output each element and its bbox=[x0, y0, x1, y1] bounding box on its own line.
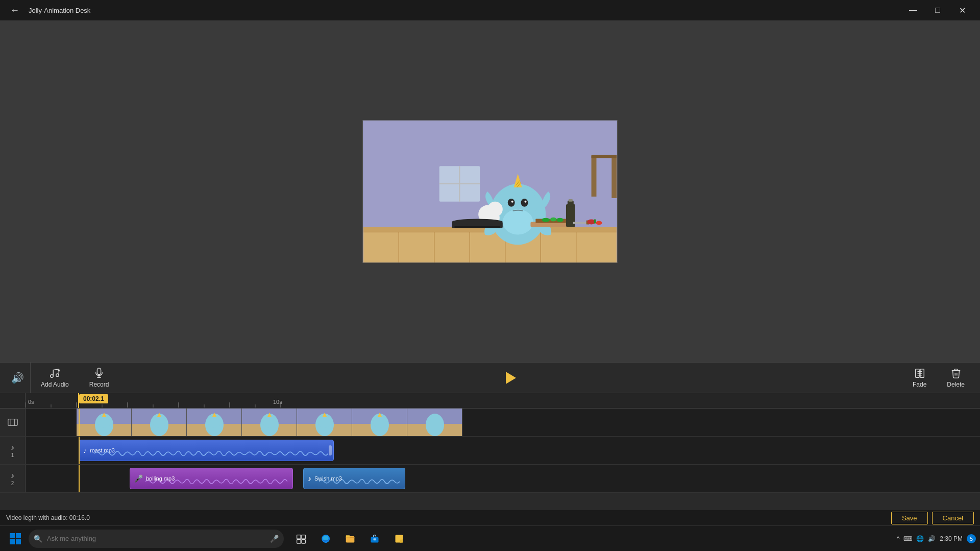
thumbnail-1 bbox=[77, 409, 132, 436]
thumbnail-7 bbox=[407, 409, 462, 436]
svg-rect-22 bbox=[363, 232, 617, 262]
add-audio-button[interactable]: Add Audio bbox=[31, 365, 79, 391]
record-button[interactable]: Record bbox=[79, 365, 119, 391]
svg-point-53 bbox=[542, 218, 550, 222]
time-indicator: 00:02.1 bbox=[79, 394, 108, 403]
delete-label: Delete bbox=[947, 381, 965, 388]
play-button[interactable] bbox=[501, 368, 521, 388]
audio-track-2-row: ♪ 2 🎤 boiling.mp3 ♪ Swish.m bbox=[0, 465, 980, 493]
audio-track-2-content[interactable]: 🎤 boiling.mp3 ♪ Swish.mp3 bbox=[26, 465, 980, 492]
delete-icon bbox=[950, 368, 962, 379]
svg-rect-107 bbox=[10, 533, 15, 538]
explorer-icon bbox=[345, 534, 355, 544]
video-track-content[interactable] bbox=[26, 409, 980, 436]
explorer-button[interactable] bbox=[339, 528, 361, 550]
fade-button[interactable]: Fade bbox=[902, 365, 937, 391]
add-audio-icon bbox=[49, 368, 60, 379]
video-thumbnails bbox=[77, 409, 462, 436]
timeline-area: 00:02.1 0s 10s bbox=[0, 393, 980, 510]
svg-rect-108 bbox=[16, 533, 21, 538]
delete-button[interactable]: Delete bbox=[937, 365, 975, 391]
swish-audio-name: Swish.mp3 bbox=[314, 475, 342, 482]
roast-clip-handle[interactable] bbox=[329, 445, 332, 456]
thumbnail-6 bbox=[352, 409, 407, 436]
boiling-audio-icon: 🎤 bbox=[134, 474, 143, 483]
store-icon bbox=[370, 534, 380, 544]
timeline-label-col bbox=[0, 393, 26, 408]
timeline-tracks: ♪ 1 ♪ roast.mp3 bbox=[0, 409, 980, 510]
ruler-ticks-svg bbox=[26, 393, 980, 408]
svg-rect-2 bbox=[611, 155, 617, 198]
svg-rect-120 bbox=[400, 539, 403, 542]
search-icon: 🔍 bbox=[34, 535, 42, 543]
task-view-button[interactable] bbox=[290, 528, 312, 550]
timeline-ruler-content[interactable]: 00:02.1 0s 10s bbox=[26, 393, 980, 408]
search-input[interactable] bbox=[29, 530, 284, 548]
clock: 2:30 PM bbox=[940, 535, 963, 542]
svg-rect-116 bbox=[346, 535, 350, 537]
status-bar: Video legth with audio: 00:16.0 Save Can… bbox=[0, 510, 980, 525]
boiling-mp3-clip[interactable]: 🎤 boiling.mp3 bbox=[130, 468, 293, 489]
audio-track-1-row: ♪ 1 ♪ roast.mp3 bbox=[0, 437, 980, 465]
maximize-button[interactable]: □ bbox=[926, 0, 949, 20]
svg-rect-66 bbox=[594, 219, 596, 223]
swish-mp3-clip[interactable]: ♪ Swish.mp3 bbox=[303, 468, 405, 489]
svg-point-65 bbox=[596, 221, 602, 225]
close-button[interactable]: ✕ bbox=[950, 0, 974, 20]
timeline-ruler: 00:02.1 0s 10s bbox=[0, 393, 980, 409]
svg-rect-111 bbox=[297, 535, 301, 539]
svg-rect-110 bbox=[16, 539, 21, 544]
audio-2-number: 2 bbox=[11, 481, 14, 486]
save-button[interactable]: Save bbox=[891, 512, 928, 524]
back-button[interactable]: ← bbox=[6, 3, 23, 18]
svg-point-106 bbox=[426, 414, 444, 436]
audio-2-icon: ♪ bbox=[11, 471, 14, 480]
svg-rect-112 bbox=[302, 535, 306, 539]
task-view-icon bbox=[296, 534, 306, 544]
thumbnail-2 bbox=[132, 409, 187, 436]
svg-rect-58 bbox=[569, 199, 573, 201]
mic-icon[interactable]: 🎤 bbox=[270, 535, 279, 543]
store-button[interactable] bbox=[363, 528, 386, 550]
svg-rect-114 bbox=[302, 539, 306, 543]
video-length-text: Video legth with audio: 00:16.0 bbox=[6, 514, 90, 521]
fade-icon bbox=[914, 368, 925, 379]
audio-track-2-playhead bbox=[79, 465, 80, 492]
fade-label: Fade bbox=[913, 381, 926, 388]
status-bar-right: Save Cancel bbox=[891, 512, 974, 524]
window-controls: — □ ✕ bbox=[901, 0, 974, 20]
system-tray: ^ bbox=[897, 535, 900, 542]
video-track-icon bbox=[7, 417, 18, 428]
kitchen-scene-svg: recipe bbox=[363, 121, 617, 262]
svg-point-54 bbox=[550, 217, 556, 221]
roast-mp3-clip[interactable]: ♪ roast.mp3 bbox=[79, 440, 334, 461]
notification-badge[interactable]: 5 bbox=[967, 534, 976, 543]
svg-point-55 bbox=[556, 218, 564, 222]
app-title: Jolly-Animation Desk bbox=[29, 7, 896, 14]
sticky-notes-button[interactable] bbox=[388, 528, 410, 550]
keyboard-icon: ⌨ bbox=[903, 535, 912, 542]
record-label: Record bbox=[89, 381, 109, 388]
taskbar-apps bbox=[290, 528, 410, 550]
audio-track-1-content[interactable]: ♪ roast.mp3 bbox=[26, 437, 980, 464]
edge-button[interactable] bbox=[314, 528, 337, 550]
thumbnail-5 bbox=[297, 409, 352, 436]
record-icon bbox=[93, 368, 105, 379]
roast-audio-name: roast.mp3 bbox=[90, 447, 115, 453]
audio-1-number: 1 bbox=[11, 452, 14, 458]
minimize-button[interactable]: — bbox=[901, 0, 925, 20]
roast-waveform bbox=[94, 448, 328, 459]
svg-point-46 bbox=[525, 200, 527, 202]
svg-rect-91 bbox=[8, 419, 17, 426]
svg-point-44 bbox=[521, 198, 528, 206]
svg-rect-59 bbox=[573, 222, 589, 224]
video-track-label bbox=[0, 409, 26, 436]
boiling-audio-name: boiling.mp3 bbox=[146, 475, 175, 482]
roast-audio-icon: ♪ bbox=[83, 446, 87, 454]
svg-rect-1 bbox=[592, 156, 597, 196]
preview-area: recipe bbox=[0, 20, 980, 362]
svg-rect-113 bbox=[297, 539, 301, 543]
start-button[interactable] bbox=[4, 528, 27, 550]
cancel-button[interactable]: Cancel bbox=[932, 512, 974, 524]
volume-icon[interactable]: 🔊 bbox=[5, 363, 31, 393]
